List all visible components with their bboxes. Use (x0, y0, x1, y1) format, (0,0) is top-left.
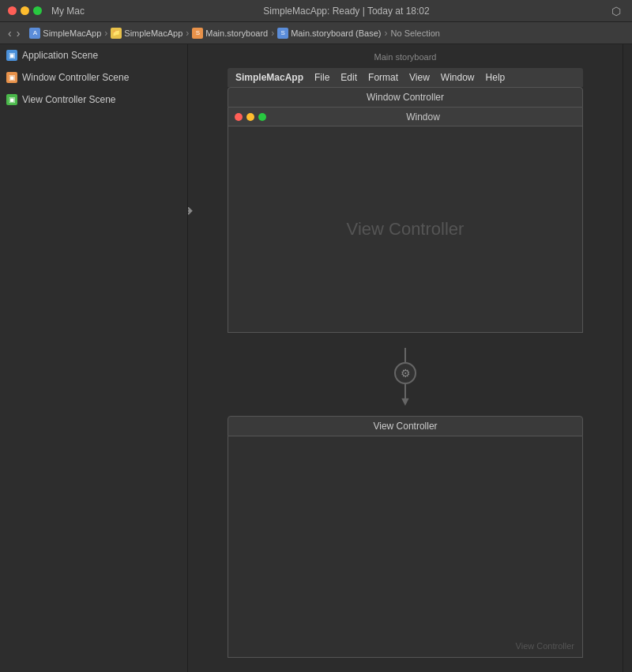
connector-arrow: ▼ (399, 395, 412, 408)
vc-watermark: View Controller (516, 641, 574, 651)
breadcrumb-simplemacapp: SimpleMacApp (43, 28, 101, 38)
sidebar: ▣ Application Scene ▣ Window Controller … (0, 44, 188, 672)
menubar-window[interactable]: Window (441, 72, 475, 83)
window-controller-scene: ➔ Window Controller Window View Controll… (228, 87, 583, 333)
menubar-edit[interactable]: Edit (340, 72, 357, 83)
win-minimize-button (246, 113, 254, 121)
vc-header: View Controller (228, 416, 583, 436)
win-close-button (235, 113, 243, 121)
win-maximize-button (258, 113, 266, 121)
breadcrumb-sep-3: › (271, 28, 274, 39)
entry-arrow: ➔ (188, 201, 194, 220)
menubar-format[interactable]: Format (368, 72, 398, 83)
breadcrumb-nav[interactable]: ‹ › (6, 27, 21, 40)
share-icon[interactable]: ⬡ (608, 3, 624, 19)
breadcrumb-sep-4: › (385, 28, 388, 39)
connector-line-top (404, 348, 406, 362)
sidebar-item-window-controller-scene[interactable]: ▣ Window Controller Scene (0, 66, 187, 89)
breadcrumb-item-1[interactable]: A SimpleMacApp (29, 28, 101, 39)
storyboard-icon: S (192, 28, 203, 39)
traffic-lights (8, 6, 42, 15)
nav-forward-button[interactable]: › (15, 27, 22, 40)
sidebar-item-window-controller-label: Window Controller Scene (22, 72, 129, 83)
menubar-app: SimpleMacApp (235, 72, 303, 83)
title-bar-right: ⬡ (608, 3, 624, 19)
title-bar-left: My Mac (8, 6, 85, 17)
sidebar-item-application-scene[interactable]: ▣ Application Scene (0, 44, 187, 66)
breadcrumb-storyboard: Main.storyboard (205, 28, 268, 38)
window-controller-icon: ▣ (6, 72, 17, 83)
maximize-button[interactable] (33, 6, 42, 15)
folder-icon: 📁 (111, 28, 122, 39)
view-controller-scene: View Controller View Controller (228, 416, 583, 658)
right-panel (623, 44, 632, 672)
machine-label: My Mac (51, 6, 85, 17)
title-bar: My Mac SimpleMacApp: Ready | Today at 18… (0, 0, 632, 22)
menubar-help[interactable]: Help (486, 72, 506, 83)
sidebar-item-application-scene-label: Application Scene (22, 50, 98, 61)
breadcrumb-sep-1: › (104, 28, 107, 39)
connector-circle: ⚙ (394, 362, 416, 384)
breadcrumb-item-3[interactable]: S Main.storyboard (192, 28, 268, 39)
sidebar-item-view-controller-scene[interactable]: ▣ View Controller Scene (0, 89, 187, 111)
menubar-file[interactable]: File (314, 72, 329, 83)
application-scene-icon: ▣ (6, 50, 17, 61)
connector-icon: ⚙ (401, 367, 411, 379)
storyboard-label: Main storyboard (374, 52, 437, 62)
sidebar-item-view-controller-label: View Controller Scene (22, 94, 116, 105)
window-controller-header: Window Controller (228, 87, 583, 108)
breadcrumb-storyboard-base: Main.storyboard (Base) (291, 28, 381, 38)
minimize-button[interactable] (21, 6, 29, 15)
mac-menubar: SimpleMacApp File Edit Format View Windo… (228, 68, 583, 87)
window-frame: Window View Controller (228, 108, 583, 333)
connector-area: ⚙ ▼ (394, 348, 416, 408)
breadcrumb-item-2[interactable]: 📁 SimpleMacApp (111, 28, 182, 39)
canvas-area[interactable]: Main storyboard SimpleMacApp File Edit F… (188, 44, 623, 672)
status-label: SimpleMacApp: Ready | Today at 18:02 (85, 6, 608, 17)
close-button[interactable] (8, 6, 17, 15)
breadcrumb-no-selection: No Selection (391, 28, 440, 38)
storyboard-base-icon: S (277, 28, 288, 39)
view-controller-icon: ▣ (6, 94, 17, 105)
nav-back-button[interactable]: ‹ (6, 27, 13, 40)
main-layout: ▣ Application Scene ▣ Window Controller … (0, 44, 632, 672)
window-content: View Controller (228, 126, 582, 332)
window-title: Window (270, 111, 576, 123)
breadcrumb-sep-2: › (186, 28, 189, 39)
breadcrumb-folder: SimpleMacApp (124, 28, 182, 38)
breadcrumb-item-4[interactable]: S Main.storyboard (Base) (277, 28, 381, 39)
window-vc-label: View Controller (347, 219, 465, 240)
menubar-view[interactable]: View (409, 72, 430, 83)
breadcrumb-bar: ‹ › A SimpleMacApp › 📁 SimpleMacApp › S … (0, 22, 632, 44)
simplemacapp-icon: A (29, 28, 40, 39)
vc-content: View Controller (228, 436, 583, 658)
window-titlebar: Window (228, 108, 582, 126)
